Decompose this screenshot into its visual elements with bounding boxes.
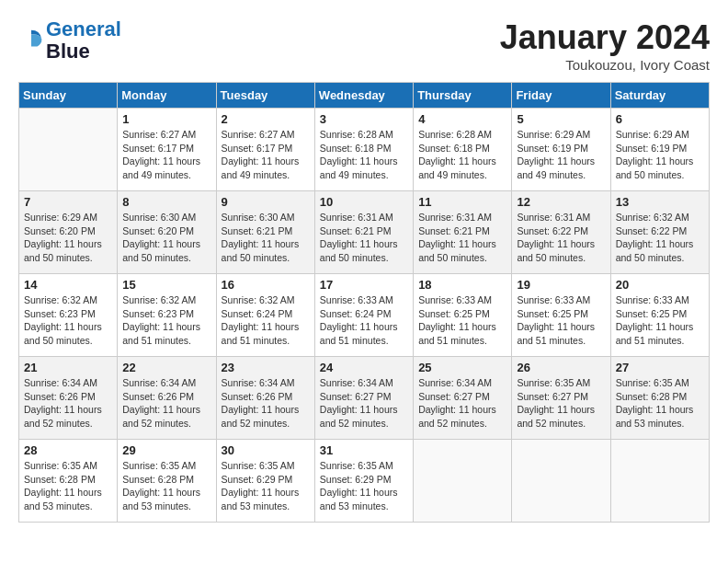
- day-number: 13: [616, 195, 704, 209]
- calendar-cell: 5Sunrise: 6:29 AM Sunset: 6:19 PM Daylig…: [512, 109, 610, 191]
- day-number: 14: [24, 278, 112, 292]
- day-info: Sunrise: 6:31 AM Sunset: 6:21 PM Dayligh…: [418, 211, 506, 265]
- calendar-cell: 18Sunrise: 6:33 AM Sunset: 6:25 PM Dayli…: [414, 274, 512, 357]
- calendar-cell: 1Sunrise: 6:27 AM Sunset: 6:17 PM Daylig…: [118, 109, 216, 191]
- day-number: 3: [320, 112, 408, 126]
- day-info: Sunrise: 6:35 AM Sunset: 6:28 PM Dayligh…: [616, 376, 704, 431]
- day-info: Sunrise: 6:35 AM Sunset: 6:28 PM Dayligh…: [122, 459, 210, 513]
- day-number: 7: [24, 195, 112, 209]
- day-info: Sunrise: 6:30 AM Sunset: 6:21 PM Dayligh…: [222, 211, 310, 265]
- day-info: Sunrise: 6:33 AM Sunset: 6:25 PM Dayligh…: [517, 293, 605, 348]
- calendar-cell: 2Sunrise: 6:27 AM Sunset: 6:17 PM Daylig…: [216, 109, 314, 191]
- day-info: Sunrise: 6:32 AM Sunset: 6:23 PM Dayligh…: [122, 293, 210, 348]
- calendar-cell: [414, 440, 512, 523]
- day-info: Sunrise: 6:30 AM Sunset: 6:20 PM Dayligh…: [122, 211, 210, 265]
- calendar-cell: 11Sunrise: 6:31 AM Sunset: 6:21 PM Dayli…: [414, 191, 512, 274]
- calendar-week-row: 21Sunrise: 6:34 AM Sunset: 6:26 PM Dayli…: [19, 357, 710, 440]
- calendar-cell: 26Sunrise: 6:35 AM Sunset: 6:27 PM Dayli…: [512, 357, 610, 440]
- day-info: Sunrise: 6:32 AM Sunset: 6:23 PM Dayligh…: [24, 293, 112, 348]
- calendar-cell: 31Sunrise: 6:35 AM Sunset: 6:29 PM Dayli…: [314, 440, 413, 523]
- weekday-header: Tuesday: [216, 83, 314, 109]
- day-info: Sunrise: 6:33 AM Sunset: 6:25 PM Dayligh…: [616, 293, 704, 348]
- logo-line2: Blue: [46, 40, 121, 63]
- day-number: 20: [616, 278, 704, 292]
- weekday-header: Wednesday: [314, 83, 413, 109]
- day-number: 26: [517, 361, 605, 374]
- day-number: 21: [24, 361, 112, 374]
- location-subtitle: Toukouzou, Ivory Coast: [500, 57, 710, 73]
- calendar-week-row: 7Sunrise: 6:29 AM Sunset: 6:20 PM Daylig…: [19, 191, 710, 274]
- day-number: 8: [122, 195, 210, 209]
- day-info: Sunrise: 6:35 AM Sunset: 6:27 PM Dayligh…: [517, 376, 605, 431]
- calendar-cell: 10Sunrise: 6:31 AM Sunset: 6:21 PM Dayli…: [314, 191, 413, 274]
- month-title: January 2024: [500, 18, 710, 57]
- calendar-week-row: 14Sunrise: 6:32 AM Sunset: 6:23 PM Dayli…: [19, 274, 710, 357]
- logo-icon: [18, 28, 44, 53]
- calendar-cell: 8Sunrise: 6:30 AM Sunset: 6:20 PM Daylig…: [118, 191, 216, 274]
- day-number: 15: [122, 278, 210, 292]
- day-number: 28: [24, 443, 112, 457]
- day-number: 10: [320, 195, 408, 209]
- calendar-cell: 19Sunrise: 6:33 AM Sunset: 6:25 PM Dayli…: [512, 274, 610, 357]
- calendar-cell: 24Sunrise: 6:34 AM Sunset: 6:27 PM Dayli…: [314, 357, 413, 440]
- calendar-cell: 14Sunrise: 6:32 AM Sunset: 6:23 PM Dayli…: [19, 274, 118, 357]
- day-number: 5: [517, 112, 605, 126]
- day-number: 6: [616, 112, 704, 126]
- day-number: 24: [320, 361, 408, 374]
- day-info: Sunrise: 6:31 AM Sunset: 6:22 PM Dayligh…: [517, 211, 605, 265]
- weekday-header: Thursday: [414, 83, 512, 109]
- day-info: Sunrise: 6:29 AM Sunset: 6:19 PM Dayligh…: [616, 128, 704, 182]
- calendar-cell: 23Sunrise: 6:34 AM Sunset: 6:26 PM Dayli…: [216, 357, 314, 440]
- calendar-week-row: 1Sunrise: 6:27 AM Sunset: 6:17 PM Daylig…: [19, 109, 710, 191]
- day-info: Sunrise: 6:35 AM Sunset: 6:29 PM Dayligh…: [222, 459, 310, 513]
- calendar-cell: 9Sunrise: 6:30 AM Sunset: 6:21 PM Daylig…: [216, 191, 314, 274]
- calendar-week-row: 28Sunrise: 6:35 AM Sunset: 6:28 PM Dayli…: [19, 440, 710, 523]
- day-number: 1: [122, 112, 210, 126]
- calendar-cell: 21Sunrise: 6:34 AM Sunset: 6:26 PM Dayli…: [19, 357, 118, 440]
- calendar-cell: [19, 109, 118, 191]
- day-number: 4: [418, 112, 506, 126]
- day-info: Sunrise: 6:32 AM Sunset: 6:24 PM Dayligh…: [222, 293, 310, 348]
- calendar-cell: 12Sunrise: 6:31 AM Sunset: 6:22 PM Dayli…: [512, 191, 610, 274]
- calendar-cell: 3Sunrise: 6:28 AM Sunset: 6:18 PM Daylig…: [314, 109, 413, 191]
- day-info: Sunrise: 6:34 AM Sunset: 6:26 PM Dayligh…: [122, 376, 210, 431]
- day-number: 9: [222, 195, 310, 209]
- day-number: 25: [418, 361, 506, 374]
- day-number: 23: [222, 361, 310, 374]
- calendar-header-row: SundayMondayTuesdayWednesdayThursdayFrid…: [19, 83, 710, 109]
- calendar-cell: 13Sunrise: 6:32 AM Sunset: 6:22 PM Dayli…: [610, 191, 709, 274]
- day-number: 30: [222, 443, 310, 457]
- weekday-header: Saturday: [610, 83, 709, 109]
- logo-line1: General: [46, 17, 121, 40]
- day-info: Sunrise: 6:34 AM Sunset: 6:27 PM Dayligh…: [320, 376, 408, 431]
- day-info: Sunrise: 6:31 AM Sunset: 6:21 PM Dayligh…: [320, 211, 408, 265]
- day-info: Sunrise: 6:35 AM Sunset: 6:28 PM Dayligh…: [24, 459, 112, 513]
- day-number: 31: [320, 443, 408, 457]
- day-info: Sunrise: 6:32 AM Sunset: 6:22 PM Dayligh…: [616, 211, 704, 265]
- day-number: 16: [222, 278, 310, 292]
- calendar-cell: 30Sunrise: 6:35 AM Sunset: 6:29 PM Dayli…: [216, 440, 314, 523]
- calendar-cell: 4Sunrise: 6:28 AM Sunset: 6:18 PM Daylig…: [414, 109, 512, 191]
- weekday-header: Friday: [512, 83, 610, 109]
- day-info: Sunrise: 6:33 AM Sunset: 6:24 PM Dayligh…: [320, 293, 408, 348]
- day-number: 11: [418, 195, 506, 209]
- day-info: Sunrise: 6:28 AM Sunset: 6:18 PM Dayligh…: [320, 128, 408, 182]
- weekday-header: Sunday: [19, 83, 118, 109]
- calendar-cell: [610, 440, 709, 523]
- day-info: Sunrise: 6:34 AM Sunset: 6:27 PM Dayligh…: [418, 376, 506, 431]
- day-number: 29: [122, 443, 210, 457]
- logo: General Blue: [18, 18, 121, 63]
- day-number: 12: [517, 195, 605, 209]
- calendar-cell: 20Sunrise: 6:33 AM Sunset: 6:25 PM Dayli…: [610, 274, 709, 357]
- day-info: Sunrise: 6:34 AM Sunset: 6:26 PM Dayligh…: [222, 376, 310, 431]
- day-info: Sunrise: 6:33 AM Sunset: 6:25 PM Dayligh…: [418, 293, 506, 348]
- calendar-cell: 6Sunrise: 6:29 AM Sunset: 6:19 PM Daylig…: [610, 109, 709, 191]
- calendar-cell: 22Sunrise: 6:34 AM Sunset: 6:26 PM Dayli…: [118, 357, 216, 440]
- day-info: Sunrise: 6:27 AM Sunset: 6:17 PM Dayligh…: [122, 128, 210, 182]
- day-number: 27: [616, 361, 704, 374]
- calendar-cell: 17Sunrise: 6:33 AM Sunset: 6:24 PM Dayli…: [314, 274, 413, 357]
- calendar-cell: 7Sunrise: 6:29 AM Sunset: 6:20 PM Daylig…: [19, 191, 118, 274]
- calendar-cell: 16Sunrise: 6:32 AM Sunset: 6:24 PM Dayli…: [216, 274, 314, 357]
- day-number: 2: [222, 112, 310, 126]
- day-info: Sunrise: 6:29 AM Sunset: 6:19 PM Dayligh…: [517, 128, 605, 182]
